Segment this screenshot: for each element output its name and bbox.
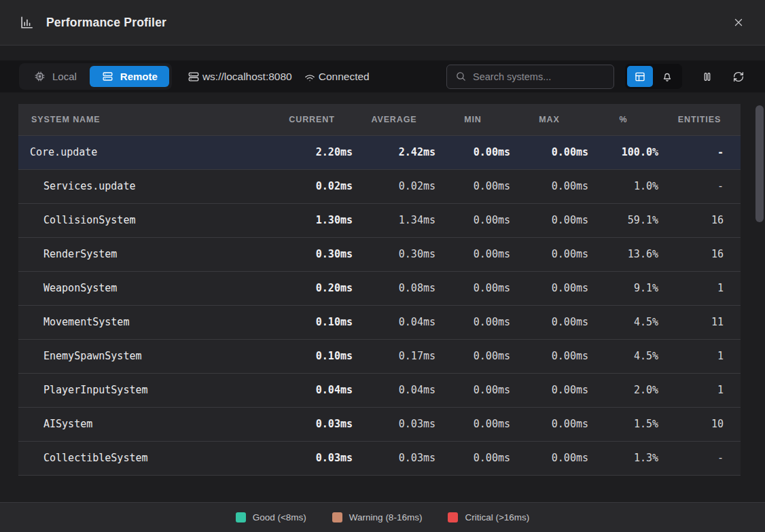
pause-icon <box>701 71 713 83</box>
local-mode-button[interactable]: Local <box>22 66 88 87</box>
entities-cell: - <box>658 441 741 475</box>
percent-cell: 1.0% <box>588 169 658 203</box>
entities-cell: - <box>658 135 741 169</box>
table-row[interactable]: WeaponSystem 0.20ms 0.08ms 0.00ms 0.00ms… <box>18 271 741 305</box>
max-cell: 0.00ms <box>510 373 588 407</box>
toolbar: Local Remote ws://localhost:8080 <box>0 60 765 92</box>
max-cell: 0.00ms <box>510 339 588 373</box>
min-cell: 0.00ms <box>435 339 510 373</box>
table-row[interactable]: CollectibleSystem 0.03ms 0.03ms 0.00ms 0… <box>18 441 741 475</box>
table-row[interactable]: PlayerInputSystem 0.04ms 0.04ms 0.00ms 0… <box>18 373 741 407</box>
average-cell: 0.08ms <box>353 271 435 305</box>
server-icon <box>101 70 114 83</box>
vertical-scrollbar-thumb[interactable] <box>755 105 764 222</box>
average-cell: 0.17ms <box>353 339 435 373</box>
search-input[interactable] <box>473 71 605 82</box>
max-cell: 0.00ms <box>510 169 588 203</box>
server-icon <box>187 70 200 84</box>
min-cell: 0.00ms <box>435 169 510 203</box>
legend-item: Good (<8ms) <box>236 512 306 522</box>
max-cell: 0.00ms <box>510 135 588 169</box>
current-cell: 0.30ms <box>271 237 353 271</box>
current-cell: 0.20ms <box>271 271 353 305</box>
view-toggle-group <box>625 64 682 89</box>
percent-cell: 59.1% <box>588 203 658 237</box>
min-cell: 0.00ms <box>435 237 510 271</box>
system-name-cell: CollectibleSystem <box>18 441 271 475</box>
page-title: Performance Profiler <box>46 16 166 30</box>
entities-cell: 10 <box>658 407 741 441</box>
table-row[interactable]: Services.update 0.02ms 0.02ms 0.00ms 0.0… <box>18 169 741 203</box>
table-row[interactable]: AISystem 0.03ms 0.03ms 0.00ms 0.00ms 1.5… <box>18 407 741 441</box>
average-cell: 0.04ms <box>353 305 435 339</box>
entities-cell: 16 <box>658 237 741 271</box>
entities-cell: 1 <box>658 271 741 305</box>
refresh-button[interactable] <box>728 67 749 87</box>
average-cell: 0.04ms <box>353 373 435 407</box>
entities-cell: 1 <box>658 339 741 373</box>
average-cell: 0.03ms <box>353 441 435 475</box>
current-cell: 2.20ms <box>271 135 353 169</box>
average-cell: 0.02ms <box>353 169 435 203</box>
current-cell: 0.03ms <box>271 441 353 475</box>
refresh-icon <box>732 71 745 83</box>
percent-cell: 100.0% <box>588 135 658 169</box>
percent-cell: 2.0% <box>588 373 658 407</box>
connection-status-label: Connected <box>319 71 370 83</box>
bar-chart-icon <box>16 12 37 33</box>
min-cell: 0.00ms <box>435 441 510 475</box>
system-name-cell: EnemySpawnSystem <box>18 339 271 373</box>
average-cell: 2.42ms <box>353 135 435 169</box>
max-cell: 0.00ms <box>510 305 588 339</box>
percent-cell: 1.3% <box>588 441 658 475</box>
system-name-cell: RenderSystem <box>18 237 271 271</box>
average-cell: 1.34ms <box>353 203 435 237</box>
table-row[interactable]: RenderSystem 0.30ms 0.30ms 0.00ms 0.00ms… <box>18 237 741 271</box>
close-button[interactable] <box>730 14 747 31</box>
alerts-button[interactable] <box>654 66 680 87</box>
remote-mode-label: Remote <box>120 71 158 82</box>
system-name-cell: PlayerInputSystem <box>18 373 271 407</box>
min-cell: 0.00ms <box>435 407 510 441</box>
legend-item: Critical (>16ms) <box>448 512 529 522</box>
endpoint-indicator: ws://localhost:8080 <box>187 70 292 84</box>
table-row[interactable]: MovementSystem 0.10ms 0.04ms 0.00ms 0.00… <box>18 305 741 339</box>
close-icon <box>732 16 745 29</box>
table-view-button[interactable] <box>627 66 653 87</box>
percent-cell: 4.5% <box>588 305 658 339</box>
remote-mode-button[interactable]: Remote <box>90 66 169 87</box>
local-mode-label: Local <box>52 71 77 82</box>
current-cell: 0.02ms <box>271 169 353 203</box>
legend-swatch <box>236 512 246 522</box>
system-name-cell: CollisionSystem <box>18 203 271 237</box>
max-cell: 0.00ms <box>510 237 588 271</box>
legend-label: Warning (8-16ms) <box>349 512 423 522</box>
column-header-system-name: SYSTEM NAME <box>18 104 271 135</box>
table-row[interactable]: EnemySpawnSystem 0.10ms 0.17ms 0.00ms 0.… <box>18 339 741 373</box>
current-cell: 0.04ms <box>271 373 353 407</box>
wifi-icon <box>303 70 317 84</box>
pause-button[interactable] <box>697 67 717 87</box>
entities-cell: 1 <box>658 373 741 407</box>
column-header-current: CURRENT <box>271 104 353 135</box>
current-cell: 0.10ms <box>271 339 353 373</box>
legend-label: Good (<8ms) <box>253 512 306 522</box>
min-cell: 0.00ms <box>435 373 510 407</box>
average-cell: 0.30ms <box>353 237 435 271</box>
min-cell: 0.00ms <box>435 271 510 305</box>
current-cell: 1.30ms <box>271 203 353 237</box>
main-content: SYSTEM NAME CURRENT AVERAGE MIN MAX % EN… <box>0 92 765 476</box>
table-row[interactable]: CollisionSystem 1.30ms 1.34ms 0.00ms 0.0… <box>18 203 741 237</box>
search-box <box>446 65 614 89</box>
max-cell: 0.00ms <box>510 441 588 475</box>
min-cell: 0.00ms <box>435 135 510 169</box>
min-cell: 0.00ms <box>435 203 510 237</box>
column-header-average: AVERAGE <box>353 104 435 135</box>
column-header-percent: % <box>588 104 658 135</box>
percent-cell: 13.6% <box>588 237 658 271</box>
search-icon <box>455 71 467 82</box>
column-header-entities: ENTITIES <box>658 104 741 135</box>
percent-cell: 9.1% <box>588 271 658 305</box>
table-row[interactable]: Core.update 2.20ms 2.42ms 0.00ms 0.00ms … <box>18 135 741 169</box>
system-name-cell: WeaponSystem <box>18 271 271 305</box>
